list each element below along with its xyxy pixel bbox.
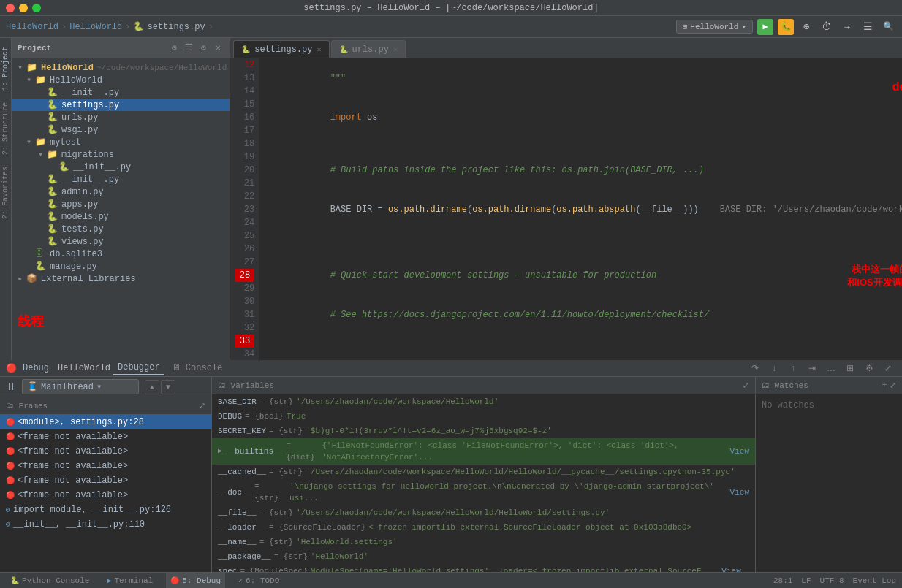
- frame-item-3[interactable]: 🔴 <frame not available>: [0, 459, 211, 473]
- project-close-icon[interactable]: ✕: [212, 42, 224, 54]
- var-value-doc: '\nDjango settings for HelloWorld projec…: [289, 481, 724, 504]
- tree-item-urls[interactable]: 🐍 urls.py: [12, 111, 230, 123]
- debug-step-over-btn[interactable]: ↷: [747, 360, 763, 376]
- debug-step-out-btn[interactable]: ↑: [785, 360, 801, 376]
- tree-item-helloworld[interactable]: ▾ 📁 HelloWorld: [12, 74, 230, 86]
- tree-item-admin[interactable]: 🐍 admin.py: [12, 186, 230, 198]
- project-layout-icon[interactable]: ☰: [183, 42, 194, 54]
- var-type-package: = {str}: [274, 551, 308, 562]
- debug-run-to-cursor-btn[interactable]: ⇥: [804, 360, 820, 376]
- thread-up-btn[interactable]: ▲: [145, 380, 159, 394]
- var-name-debug: DEBUG: [218, 411, 242, 422]
- breadcrumb-item-1[interactable]: HelloWorld: [6, 22, 58, 32]
- var-view-doc[interactable]: View: [730, 486, 749, 498]
- tree-item-views[interactable]: 🐍 views.py: [12, 235, 230, 248]
- tree-item-wsgi[interactable]: 🐍 wsgi.py: [12, 123, 230, 136]
- bottom-tab-todo[interactable]: ✓ 6: TODO: [234, 573, 284, 589]
- sidebar-item-structure[interactable]: 2: Structure: [0, 96, 11, 161]
- variables-expand[interactable]: ⤢: [743, 381, 749, 390]
- tab-urls[interactable]: 🐍 urls.py ✕: [331, 40, 406, 58]
- maximize-button[interactable]: [32, 4, 41, 12]
- tab-settings[interactable]: 🐍 settings.py ✕: [233, 40, 329, 58]
- debug-panel-icon: 🔴: [6, 363, 17, 374]
- frame-item-4[interactable]: 🔴 <frame not available>: [0, 473, 211, 488]
- sidebar-item-project[interactable]: 1: Project: [0, 41, 11, 96]
- thread-down-btn[interactable]: ▼: [161, 380, 175, 394]
- event-log[interactable]: Event Log: [853, 576, 896, 585]
- tree-item-manage[interactable]: 🐍 manage.py: [12, 260, 230, 272]
- debug-button[interactable]: 🐛: [778, 19, 794, 35]
- bottom-tab-debug[interactable]: 🔴 5: Debug: [166, 573, 225, 589]
- minimize-button[interactable]: [19, 4, 28, 12]
- bottom-tab-python-console[interactable]: 🐍 Python Console: [6, 573, 94, 589]
- tree-item-external[interactable]: ▸ 📦 External Libraries: [12, 272, 230, 285]
- run-config-selector[interactable]: ⊞ HelloWorld ▾: [676, 20, 753, 34]
- var-name-cached: __cached__: [218, 466, 266, 478]
- frame-item-1[interactable]: 🔴 <frame not available>: [0, 429, 211, 444]
- thread-dropdown[interactable]: 🧵 MainThread ▾: [22, 379, 139, 394]
- var-item-builtins[interactable]: ▶ __builtins__ = {dict} {'FileNotFoundEr…: [212, 438, 755, 465]
- sidebar-item-favorites[interactable]: 2: Favorites: [0, 161, 11, 225]
- debug-tab-console[interactable]: 🖥 Console: [167, 361, 227, 376]
- debug-eval-btn[interactable]: …: [823, 360, 839, 376]
- tab-close-urls[interactable]: ✕: [393, 45, 398, 54]
- project-settings-icon[interactable]: ⚙: [168, 42, 180, 54]
- more-button[interactable]: ☰: [860, 19, 876, 35]
- frame-item-5[interactable]: 🔴 <frame not available>: [0, 488, 211, 503]
- tree-item-models[interactable]: 🐍 models.py: [12, 210, 230, 223]
- frame-item-2[interactable]: 🔴 <frame not available>: [0, 444, 211, 459]
- tree-item-db[interactable]: 🗄 db.sqlite3: [12, 248, 230, 260]
- pause-button[interactable]: ⏸: [6, 381, 16, 393]
- frame-item-6[interactable]: ⚙ import_module, __init__.py:126: [0, 503, 211, 517]
- tree-item-migrations[interactable]: ▾ 📁 migrations: [12, 148, 230, 161]
- debug-tab-bar: 🔴 Debug HelloWorld Debugger 🖥 Console: [6, 361, 227, 376]
- tree-item-apps[interactable]: 🐍 apps.py: [12, 198, 230, 210]
- var-view-builtins[interactable]: View: [730, 446, 749, 457]
- tree-item-root[interactable]: ▾ 📁 HelloWorld ~/code/workspace/HelloWor…: [12, 61, 230, 74]
- var-expand-builtins[interactable]: ▶: [218, 446, 222, 457]
- run-button[interactable]: ▶: [757, 19, 773, 35]
- bottom-tab-terminal[interactable]: ▶ Terminal: [102, 573, 157, 589]
- tree-item-tests[interactable]: 🐍 tests.py: [12, 223, 230, 235]
- code-editor[interactable]: 12 13 14 15 16 17 18 19 20 21 22 23 24 2…: [230, 58, 902, 360]
- watches-add-btn[interactable]: +: [882, 381, 887, 390]
- breadcrumb-item-3[interactable]: settings.py: [147, 22, 205, 32]
- concurrency-button[interactable]: ⇢: [839, 19, 855, 35]
- frames-expand[interactable]: ⤢: [199, 401, 205, 411]
- thread-selector: ⏸ 🧵 MainThread ▾ ▲ ▼: [0, 377, 211, 397]
- debug-restore-btn[interactable]: ⤢: [880, 360, 896, 376]
- tree-item-settings[interactable]: 🐍 settings.py: [12, 99, 230, 111]
- project-gear-icon[interactable]: ⚙: [197, 42, 209, 54]
- coverage-button[interactable]: ⊕: [798, 19, 814, 35]
- debug-tab-console-icon: 🖥: [172, 363, 181, 373]
- frame-label-0: <module>, settings.py:28: [18, 417, 144, 427]
- app-window: settings.py – HelloWorld – [~/code/works…: [0, 0, 902, 588]
- debug-frames-btn[interactable]: ⊞: [842, 360, 858, 376]
- code-line-21: [265, 335, 902, 348]
- var-value-name: 'HelloWorld.settings': [296, 536, 398, 548]
- debug-content: ⏸ 🧵 MainThread ▾ ▲ ▼ 🗂 Frames ⤢: [0, 377, 902, 579]
- var-name-name: __name__: [218, 536, 257, 548]
- close-button[interactable]: [6, 4, 15, 12]
- frame-icon-4: 🔴: [6, 476, 15, 485]
- tree-label-external: External Libraries: [41, 274, 136, 284]
- code-content[interactable]: """ import os # Build paths inside the p…: [259, 58, 902, 360]
- tab-close-settings[interactable]: ✕: [317, 45, 321, 54]
- left-sidebar-tabs: 1: Project 2: Structure 2: Favorites: [0, 38, 12, 360]
- breadcrumb-item-2[interactable]: HelloWorld: [69, 22, 122, 32]
- search-button[interactable]: 🔍: [880, 19, 896, 35]
- profile-button[interactable]: ⏱: [819, 19, 835, 35]
- tree-item-migrations-init[interactable]: 🐍 __init__.py: [12, 161, 230, 173]
- tree-item-mytest-init[interactable]: 🐍 __init__.py: [12, 173, 230, 186]
- frame-label-1: <frame not available>: [18, 432, 128, 442]
- project-panel-title: Project: [18, 44, 51, 53]
- frame-item-0[interactable]: 🔴 <module>, settings.py:28: [0, 415, 211, 429]
- tree-item-init1[interactable]: 🐍 __init__.py: [12, 86, 230, 99]
- debug-step-into-btn[interactable]: ↓: [766, 360, 782, 376]
- frame-item-7[interactable]: ⚙ __init__, __init__.py:110: [0, 517, 211, 532]
- watches-expand-btn[interactable]: ⤢: [890, 381, 896, 390]
- tree-item-mytest[interactable]: ▾ 📁 mytest: [12, 136, 230, 148]
- debug-settings-btn[interactable]: ⚙: [861, 360, 877, 376]
- debug-tab-debugger[interactable]: Debugger: [113, 361, 164, 375]
- frame-icon-6: ⚙: [6, 505, 10, 514]
